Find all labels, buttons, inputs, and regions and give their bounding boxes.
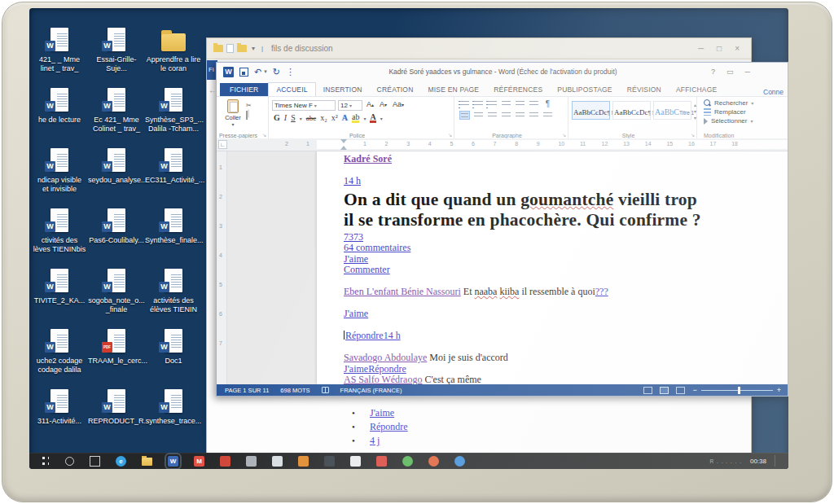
desktop-icon[interactable]: WTIVITE_2_KA...	[31, 269, 88, 305]
desktop-icon[interactable]: WEc 421_ Mme Colinet _ trav_	[88, 88, 145, 133]
doc-link[interactable]: 14 h	[344, 175, 361, 186]
tab-affichage[interactable]: AFFICHAGE	[669, 83, 724, 96]
desktop-icon[interactable]: WSynthèse_finale...	[145, 208, 202, 245]
post-heading[interactable]: On a dit que quand un goumantché vieilli…	[344, 190, 712, 230]
photos-icon[interactable]	[272, 456, 283, 467]
doc-paragraph[interactable]: 7373	[344, 232, 712, 243]
undo-button[interactable]: ↶	[254, 67, 261, 77]
doc-link[interactable]: Savadogo Abdoulaye	[344, 352, 427, 363]
doc-paragraph[interactable]: 64 commentaires	[344, 243, 712, 254]
style-chip[interactable]: AaBbCcDc¶ Sans int...	[612, 101, 651, 120]
redo-button[interactable]: ↻	[273, 67, 280, 77]
doc-link[interactable]: 64 commentaires	[344, 242, 410, 253]
dialog-launcher-icon[interactable]: ↘	[448, 132, 452, 138]
edge-icon[interactable]: e	[116, 456, 126, 467]
subscript-button[interactable]: x₂	[320, 113, 327, 123]
show-desktop-button[interactable]	[775, 455, 777, 467]
doc-paragraph[interactable]: Kadré Soré	[344, 154, 712, 165]
doc-paragraph[interactable]: 14 h	[344, 176, 712, 187]
qat-customize-button[interactable]: ⋮	[286, 67, 295, 77]
cut-icon[interactable]: ✂	[246, 102, 257, 109]
doc-paragraph[interactable]	[344, 165, 712, 177]
highlight-color-button[interactable]: ab	[352, 113, 359, 123]
page-indicator[interactable]: PAGE 1 SUR 11	[225, 387, 269, 394]
numbering-button[interactable]	[473, 99, 484, 108]
increase-indent-button[interactable]	[515, 99, 525, 108]
doc-link[interactable]: J'aimeRépondre	[344, 363, 406, 375]
desktop-icon[interactable]: WPas6-Coulibaly...	[88, 208, 145, 245]
desktop-icon[interactable]: Apprendfre a lire le coran	[145, 28, 202, 72]
desktop-icon[interactable]: WSynthèse_SP3_... Dalila -Tcham...	[145, 88, 202, 133]
doc-paragraph[interactable]: Commenter	[344, 265, 712, 276]
desktop-icon[interactable]: Wndicap visible et invisible	[31, 148, 88, 193]
doc-paragraph[interactable]: Savadogo Abdoulaye Moi je suis d'accord	[344, 353, 712, 364]
language-indicator[interactable]: FRANÇAIS (FRANCE)	[340, 387, 402, 394]
doc-link[interactable]: J'aime	[370, 406, 394, 420]
superscript-button[interactable]: x²	[331, 113, 338, 123]
desktop-icon[interactable]: Wsogoba_note_o... _finale	[88, 269, 145, 313]
back-window-titlebar[interactable]: ▾ | fils de discussion ─□×	[207, 38, 751, 59]
close-button[interactable]: ×	[735, 44, 740, 53]
align-right-button[interactable]	[487, 111, 498, 120]
app-icon-red[interactable]	[220, 456, 230, 467]
folder-icon[interactable]	[213, 45, 223, 52]
tab-r-vision[interactable]: RÉVISION	[620, 83, 669, 96]
folder-icon[interactable]	[237, 45, 247, 52]
proofing-icon[interactable]	[322, 387, 329, 393]
tab-fichier[interactable]: FICHIER	[220, 83, 268, 96]
document-area[interactable]: 1234567 Kadré Soré14 hOn a dit que quand…	[217, 151, 788, 384]
shrink-font-button[interactable]: A▾	[378, 99, 388, 111]
desktop-icon[interactable]: Whe de lecture	[31, 88, 88, 125]
style-chip[interactable]: AaBbCcDc¶ Normal	[572, 101, 610, 120]
sort-button[interactable]	[529, 99, 539, 108]
chevron-down-icon[interactable]: ▾	[264, 68, 267, 75]
doc-link[interactable]: 7373	[344, 231, 363, 243]
desktop-icon[interactable]: PDFTRAAM_le_cerc...	[88, 329, 145, 366]
chevron-down-icon[interactable]: ▾	[252, 45, 255, 52]
zoom-slider[interactable]	[701, 390, 773, 391]
help-button[interactable]: ?	[711, 68, 715, 76]
app-icon-green[interactable]	[402, 456, 413, 467]
strikethrough-button[interactable]: abc	[306, 113, 317, 123]
chevron-icon[interactable]: ▾	[694, 116, 696, 121]
doc-link[interactable]: AS Salfo Wédraogo	[344, 374, 422, 384]
tab-publipostage[interactable]: PUBLIPOSTAGE	[550, 83, 619, 96]
doc-paragraph[interactable]: Répondre14 h	[344, 331, 712, 342]
tab-selector[interactable]: ∟	[218, 140, 227, 149]
paste-button[interactable]: Coller ▾	[220, 99, 246, 129]
document-page[interactable]: Kadré Soré14 hOn a dit que quand un goum…	[317, 151, 788, 384]
document-icon[interactable]	[226, 44, 234, 53]
chevron-down-icon[interactable]: ▾	[363, 116, 366, 121]
task-view-icon[interactable]	[90, 456, 100, 467]
style-gallery-arrows[interactable]: ▴▾▾	[694, 101, 696, 121]
doc-link[interactable]: Répondre14 h	[345, 330, 401, 341]
align-center-button[interactable]	[473, 111, 484, 120]
app-icon-blue[interactable]	[454, 456, 465, 467]
tab-r-f-rences[interactable]: RÉFÉRENCES	[486, 83, 550, 96]
doc-paragraph[interactable]: Eben L'enfant Bénie Nassouri Et naaba ki…	[344, 287, 712, 298]
desktop-icon[interactable]: Wuche2 codage codage dalila	[31, 329, 88, 374]
chevron-down-icon[interactable]: ▾	[380, 116, 383, 121]
rechercher-button[interactable]: Rechercher▾	[704, 99, 784, 107]
clock[interactable]: 00:38	[750, 458, 766, 465]
web-layout-button[interactable]	[676, 387, 685, 394]
desktop-icon[interactable]: WREPRODUCT_R...	[88, 389, 145, 426]
doc-link[interactable]: J'aime	[344, 253, 368, 265]
search-icon[interactable]	[65, 457, 74, 466]
desktop-icon[interactable]: WEC311_Activité_...	[145, 148, 202, 185]
borders-button[interactable]	[542, 111, 553, 120]
tab-insertion[interactable]: INSERTION	[316, 83, 370, 96]
change-case-button[interactable]: Aa▾	[391, 99, 406, 111]
doc-link[interactable]: Kadré Soré	[344, 153, 392, 164]
desktop-icon[interactable]: WEssai-Grille-Suje...	[88, 28, 145, 72]
doc-link[interactable]: J'aime	[344, 308, 368, 319]
text-effects-button[interactable]: A	[342, 113, 348, 123]
style-chip[interactable]: AaBbCTitre 1	[653, 101, 691, 120]
hanging-indent-marker[interactable]	[340, 146, 347, 150]
doc-paragraph[interactable]: J'aime	[344, 309, 712, 320]
start-button[interactable]	[39, 456, 50, 467]
desktop-icon[interactable]: Wsynthese_trace...	[145, 389, 202, 426]
chevron-down-icon[interactable]: ▾	[231, 121, 234, 127]
phone-icon[interactable]	[298, 456, 309, 467]
doc-paragraph[interactable]: J'aimeRépondre	[344, 364, 712, 375]
